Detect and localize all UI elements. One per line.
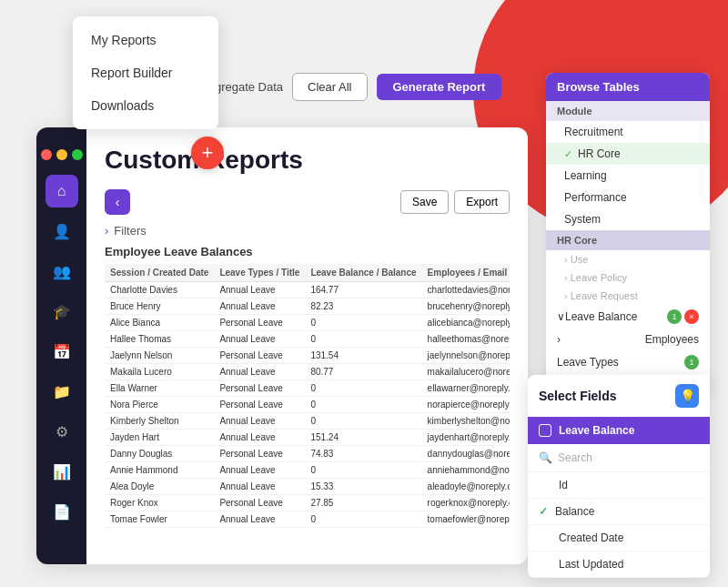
browse-sub-leave-types[interactable]: Leave Types 1	[546, 350, 710, 374]
toolbar-right: Save Export	[400, 190, 510, 214]
employees-expand-icon: ›	[557, 333, 561, 346]
expand-icon: ∨	[557, 310, 565, 323]
system-label: System	[564, 213, 601, 226]
plus-button[interactable]: +	[191, 137, 224, 169]
sidebar-icon-user[interactable]: 👤	[46, 215, 78, 248]
table-cell-leave_type: Personal Leave	[214, 495, 305, 511]
dropdown-item-report-builder[interactable]: Report Builder	[73, 56, 218, 89]
sf-balance-label: Balance	[555, 505, 594, 518]
sidebar-icon-users[interactable]: 👥	[46, 255, 78, 288]
browse-item-performance[interactable]: Performance	[546, 187, 710, 208]
sidebar-icon-graduation[interactable]: 🎓	[46, 295, 78, 328]
table-cell-email: kimberlyshelton@noreply.com	[422, 413, 510, 430]
col-session: Session / Created Date	[105, 264, 214, 282]
sidebar-icon-calendar[interactable]: 📅	[46, 335, 78, 368]
table-cell-balance: 27.85	[305, 495, 421, 511]
table-cell-email: makailalucero@noreply.com	[422, 364, 510, 380]
table-row: Tomae FowlerAnnual Leave0tomaefowler@nor…	[105, 511, 510, 528]
table-cell-balance: 82.23	[305, 299, 421, 315]
leave-balance-badge-red: ×	[684, 309, 699, 324]
table-cell-balance: 0	[305, 511, 421, 528]
sf-field-created-date[interactable]: Created Date	[528, 525, 710, 552]
hrcore-label: HR Core	[578, 147, 621, 160]
clear-all-button[interactable]: Clear All	[292, 73, 367, 101]
table-cell-leave_type: Annual Leave	[214, 282, 305, 299]
table-cell-session: Tomae Fowler	[105, 511, 214, 528]
hrcore-section-title: HR Core	[546, 230, 710, 250]
select-fields-header: Select Fields 💡	[528, 375, 710, 417]
sf-id-label: Id	[559, 479, 568, 491]
table-row: Ella WarnerPersonal Leave0ellawarner@nor…	[105, 380, 510, 397]
browse-item-hrcore[interactable]: ✓ HR Core	[546, 143, 710, 165]
table-cell-email: jaelynnelson@noreply.com	[422, 348, 510, 364]
table-cell-email: ellawarner@noreply.com	[422, 380, 510, 397]
browse-item-recruitment[interactable]: Recruitment	[546, 121, 710, 143]
table-row: Hallee ThomasAnnual Leave0halleethomas@n…	[105, 331, 510, 348]
table-header: Session / Created Date Leave Types / Tit…	[105, 264, 510, 282]
table-row: Nora PiercePersonal Leave0norapierce@nor…	[105, 397, 510, 413]
table-cell-email: anniehammond@noreply.com	[422, 462, 510, 479]
table-container[interactable]: Session / Created Date Leave Types / Tit…	[105, 264, 510, 528]
table-cell-leave_type: Personal Leave	[214, 348, 305, 364]
content-toolbar: ‹ Save Export	[105, 189, 510, 215]
table-cell-balance: 0	[305, 331, 421, 348]
browse-item-system[interactable]: System	[546, 208, 710, 230]
browse-sub-leave-balance[interactable]: ∨ Leave Balance 1 ×	[546, 305, 710, 329]
browse-sub-employees[interactable]: › Employees	[546, 329, 710, 350]
table-row: Danny DouglasPersonal Leave74.83dannydou…	[105, 446, 510, 462]
save-button[interactable]: Save	[400, 190, 449, 214]
table-cell-leave_type: Personal Leave	[214, 446, 305, 462]
table-cell-balance: 80.77	[305, 364, 421, 380]
select-fields-panel: Select Fields 💡 Leave Balance 🔍 Id ✓ Bal…	[528, 375, 710, 578]
dropdown-item-downloads[interactable]: Downloads	[73, 89, 218, 122]
traffic-lights	[36, 142, 94, 167]
search-icon: 🔍	[539, 451, 552, 464]
sf-field-id[interactable]: Id	[528, 472, 710, 499]
table-cell-email: charlottedavies@noreply.com	[422, 282, 510, 299]
table-cell-leave_type: Personal Leave	[214, 380, 305, 397]
table-cell-session: Charlotte Davies	[105, 282, 214, 299]
content-area: Custom Reports ‹ Save Export › Filters E…	[86, 127, 528, 564]
table-cell-email: rogerknox@noreply.com	[422, 495, 510, 511]
sf-balance-check-icon: ✓	[539, 505, 548, 518]
sidebar-icon-chart[interactable]: 📊	[46, 455, 78, 488]
browse-sub-leave-policy: › Leave Policy	[546, 268, 710, 287]
sidebar-icon-folder[interactable]: 📁	[46, 375, 78, 408]
export-button[interactable]: Export	[454, 190, 510, 214]
table-cell-balance: 15.33	[305, 479, 421, 495]
sf-field-balance[interactable]: ✓ Balance	[528, 499, 710, 525]
sidebar-icon-gear[interactable]: ⚙	[46, 415, 78, 448]
table-cell-balance: 131.54	[305, 348, 421, 364]
generate-report-button[interactable]: Generate Report	[377, 74, 502, 100]
leave-balance-label: Leave Balance	[565, 310, 637, 323]
browse-item-learning[interactable]: Learning	[546, 165, 710, 187]
sf-leave-balance-row[interactable]: Leave Balance	[528, 417, 710, 444]
table-row: Charlotte DaviesAnnual Leave164.77charlo…	[105, 282, 510, 299]
back-button[interactable]: ‹	[105, 189, 130, 215]
close-button[interactable]	[41, 149, 52, 160]
table-cell-leave_type: Annual Leave	[214, 364, 305, 380]
sidebar-icon-home[interactable]: ⌂	[46, 175, 78, 207]
leave-balance-badge-green: 1	[667, 309, 682, 324]
sidebar-icon-file[interactable]: 📄	[46, 495, 78, 528]
minimize-button[interactable]	[56, 149, 67, 160]
table-cell-leave_type: Annual Leave	[214, 299, 305, 315]
table-cell-session: Danny Douglas	[105, 446, 214, 462]
sf-search-container: 🔍	[528, 444, 710, 472]
search-input[interactable]	[558, 451, 699, 464]
recruitment-label: Recruitment	[564, 126, 623, 138]
table-cell-balance: 0	[305, 413, 421, 430]
sf-field-last-updated[interactable]: Last Updated	[528, 552, 710, 578]
table-cell-balance: 164.77	[305, 282, 421, 299]
table-cell-balance: 0	[305, 380, 421, 397]
table-row: Alea DoyleAnnual Leave15.33aleadoyle@nor…	[105, 479, 510, 495]
dropdown-item-my-reports[interactable]: My Reports	[73, 24, 218, 56]
table-cell-leave_type: Personal Leave	[214, 315, 305, 331]
table-cell-balance: 0	[305, 462, 421, 479]
table-cell-leave_type: Personal Leave	[214, 397, 305, 413]
maximize-button[interactable]	[72, 149, 83, 160]
sf-updated-label: Last Updated	[559, 558, 623, 571]
sf-leave-balance-checkbox[interactable]	[539, 424, 551, 437]
filters-chevron: ›	[105, 224, 108, 238]
table-cell-email: tomaefowler@noreply.com	[422, 511, 510, 528]
